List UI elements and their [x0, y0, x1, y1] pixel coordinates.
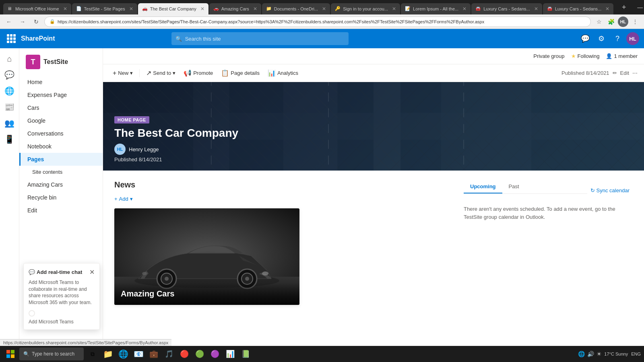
- sidebar-item-edit[interactable]: Edit: [19, 204, 103, 217]
- network-icon[interactable]: 🌐: [578, 351, 585, 357]
- taskbar-chrome[interactable]: 🟢: [192, 347, 207, 361]
- user-avatar[interactable]: HL: [626, 32, 639, 45]
- tab-signin[interactable]: 🔑 Sign in to your accou... ✕: [331, 3, 400, 14]
- minimize-button[interactable]: —: [634, 2, 644, 13]
- following-button[interactable]: ★ Following: [571, 53, 600, 59]
- tab-title-7: Lorem Ipsum - All the...: [413, 6, 458, 11]
- sidebar-item-conversations[interactable]: Conversations: [19, 127, 103, 140]
- menu-button[interactable]: ⋮: [630, 16, 641, 27]
- tab-luxury1[interactable]: 🚘 Luxury Cars - Sedans... ✕: [471, 3, 542, 14]
- tab-close-2[interactable]: ✕: [129, 6, 133, 12]
- tab-ms-office[interactable]: 🖥 Microsoft Office Home ✕: [3, 3, 71, 14]
- sidebar-item-recycle-bin[interactable]: Recycle bin: [19, 191, 103, 204]
- tab-onedrive[interactable]: 📁 Documents - OneDri... ✕: [262, 3, 330, 14]
- tab-amazingcars[interactable]: 🚗 Amazing Cars ✕: [209, 3, 261, 14]
- apps-icon[interactable]: 📱: [2, 132, 17, 146]
- tab-close-7[interactable]: ✕: [462, 6, 466, 12]
- taskbar-search-box[interactable]: 🔍 Type here to search: [19, 348, 84, 360]
- tab-close-9[interactable]: ✕: [605, 6, 609, 12]
- sharepoint-appbar: SharePoint 🔍 💬 ⚙ ? HL: [0, 29, 644, 48]
- address-bar[interactable]: 🔒 https://citizenbuilders.sharepoint.com…: [44, 16, 591, 27]
- sidebar-item-cars[interactable]: Cars: [19, 101, 103, 114]
- sidebar-item-notebook[interactable]: Notebook: [19, 140, 103, 153]
- tab-favicon-9: 🚘: [547, 6, 553, 12]
- star-bookmark-button[interactable]: ☆: [593, 16, 605, 27]
- sidebar-item-expenses[interactable]: Expenses Page: [19, 88, 103, 101]
- volume-icon[interactable]: 🔊: [587, 351, 594, 357]
- hero-author: HL Henry Legge: [114, 144, 238, 155]
- tab-close-1[interactable]: ✕: [63, 6, 67, 12]
- help-button[interactable]: ?: [610, 31, 625, 46]
- home-nav-icon[interactable]: ⌂: [2, 51, 17, 66]
- events-empty-message: There aren't any events scheduled. To ad…: [464, 205, 633, 221]
- communicate-icon[interactable]: 💬: [2, 68, 17, 82]
- analytics-button[interactable]: 📊 Analytics: [264, 68, 301, 78]
- tab-close-8[interactable]: ✕: [534, 6, 538, 12]
- add-news-button[interactable]: + Add ▾: [114, 196, 451, 202]
- analytics-icon: 📊: [268, 69, 276, 77]
- taskbar-onenote[interactable]: 🟣: [208, 347, 222, 361]
- tab-close-3[interactable]: ✕: [200, 6, 204, 12]
- promote-button[interactable]: 📢 Promote: [180, 68, 216, 78]
- add-microsoft-teams-button[interactable]: Add Microsoft Teams: [29, 319, 95, 325]
- chat-button[interactable]: 💬: [578, 31, 592, 46]
- tab-favicon-2: 📄: [76, 6, 82, 12]
- search-icon: 🔍: [175, 36, 182, 42]
- add-chevron: ▾: [130, 196, 133, 202]
- tab-testsite[interactable]: 📄 TestSite - Site Pages ✕: [72, 3, 137, 14]
- taskbar-teams[interactable]: 💼: [147, 347, 161, 361]
- taskbar-app10[interactable]: 📊: [223, 347, 237, 361]
- tab-bestcar[interactable]: 🚗 The Best Car Company ✕: [138, 3, 208, 14]
- taskbar-excel[interactable]: 📗: [238, 347, 253, 361]
- tab-title-4: Amazing Cars: [221, 6, 249, 11]
- tab-lorem[interactable]: 📝 Lorem Ipsum - All the... ✕: [401, 3, 471, 14]
- plus-icon: +: [113, 70, 116, 77]
- start-button[interactable]: [3, 347, 18, 361]
- upcoming-tab[interactable]: Upcoming: [464, 180, 502, 193]
- tab-title-1: Microsoft Office Home: [15, 6, 59, 11]
- pagedetails-button[interactable]: 📋 Page details: [218, 68, 263, 78]
- profile-button[interactable]: HL: [617, 16, 629, 27]
- chat-popup-close-button[interactable]: ✕: [89, 268, 95, 276]
- news-card[interactable]: Amazing Cars: [114, 208, 299, 305]
- sendto-button[interactable]: ↗ Send to ▾: [143, 68, 179, 78]
- tab-luxury2[interactable]: 🚘 Luxury Cars - Sedans... ✕: [543, 3, 614, 14]
- sync-calendar-button[interactable]: ↻ Sync calendar: [587, 186, 633, 195]
- extensions-button[interactable]: 🧩: [605, 16, 617, 27]
- taskbar-mail[interactable]: 📧: [131, 347, 146, 361]
- sidebar-item-google[interactable]: Google: [19, 114, 103, 127]
- chat-popup-radio[interactable]: [29, 310, 35, 317]
- more-icon[interactable]: ⋯: [632, 70, 638, 76]
- forward-button[interactable]: →: [17, 16, 28, 27]
- taskbar-edge[interactable]: 🌐: [116, 347, 130, 361]
- site-search-box[interactable]: 🔍: [171, 32, 349, 45]
- taskbar-explorer[interactable]: 📁: [101, 347, 115, 361]
- app-launcher-button[interactable]: [5, 32, 18, 45]
- tab-close-6[interactable]: ✕: [392, 6, 396, 12]
- sites-icon[interactable]: 🌐: [2, 84, 17, 98]
- sidebar-item-amazing-cars[interactable]: Amazing Cars: [19, 178, 103, 191]
- taskbar-app7[interactable]: 🎵: [162, 347, 176, 361]
- members-badge[interactable]: 👤 1 member: [606, 53, 638, 59]
- sidebar-item-pages[interactable]: Pages: [19, 153, 103, 166]
- tab-close-4[interactable]: ✕: [253, 6, 257, 12]
- past-tab[interactable]: Past: [502, 180, 526, 193]
- back-button[interactable]: ←: [3, 16, 14, 27]
- new-button[interactable]: + New ▾: [109, 68, 136, 78]
- sidebar-item-home[interactable]: Home: [19, 76, 103, 88]
- feed-icon[interactable]: 📰: [2, 100, 17, 114]
- groups-icon[interactable]: 👥: [2, 116, 17, 130]
- sidebar-item-site-contents[interactable]: Site contents: [19, 166, 103, 178]
- weather-icon[interactable]: ☀: [597, 351, 602, 357]
- taskbar-search-label: Type here to search: [32, 351, 74, 357]
- taskbar-app8[interactable]: 🔴: [177, 347, 192, 361]
- tab-title-5: Documents - OneDri...: [274, 6, 318, 11]
- taskbar-task-view[interactable]: ⧉: [85, 347, 100, 361]
- search-input[interactable]: [185, 36, 345, 42]
- edit-label[interactable]: Edit: [620, 70, 629, 76]
- tab-close-5[interactable]: ✕: [322, 6, 326, 12]
- new-tab-button[interactable]: +: [618, 2, 630, 13]
- tab-title-3: The Best Car Company: [150, 6, 196, 11]
- reload-button[interactable]: ↻: [31, 16, 42, 27]
- settings-button[interactable]: ⚙: [594, 31, 609, 46]
